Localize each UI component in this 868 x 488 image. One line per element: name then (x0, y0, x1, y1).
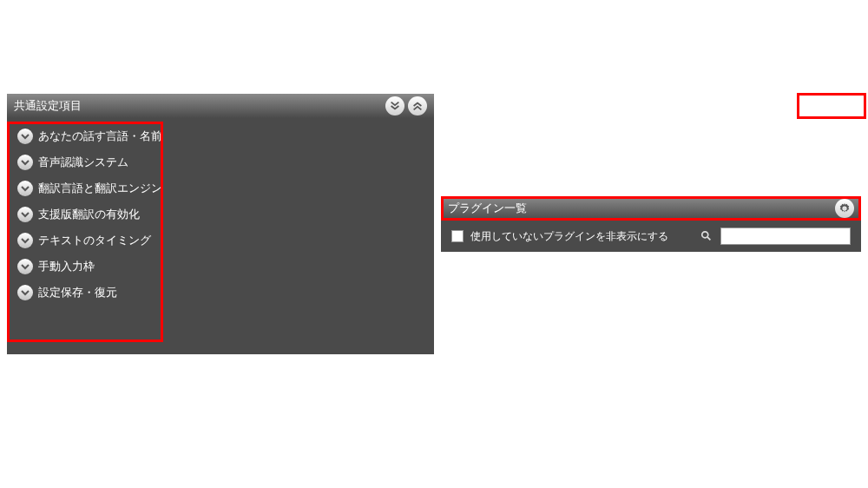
plugin-list-title: プラグイン一覧 (448, 201, 835, 216)
settings-item-speech-recognition[interactable]: 音声認識システム (14, 149, 427, 175)
svg-point-1 (702, 232, 708, 238)
search-icon (700, 229, 713, 243)
plugin-list-panel: プラグイン一覧 使用していないプラグインを非表示にする (441, 196, 861, 252)
settings-list: あなたの話す言語・名前 音声認識システム 翻訳言語と翻訳エンジン 支援版翻訳の有… (7, 118, 434, 311)
settings-item-label: 翻訳言語と翻訳エンジン (38, 181, 162, 196)
common-settings-header: 共通設定項目 (7, 94, 434, 118)
chevron-down-icon (17, 259, 33, 274)
hide-unused-label: 使用していないプラグインを非表示にする (470, 229, 693, 244)
highlight-annotation (797, 93, 866, 119)
plugin-settings-button[interactable] (835, 199, 854, 218)
settings-item-language-name[interactable]: あなたの話す言語・名前 (14, 123, 427, 149)
chevron-down-icon (17, 233, 33, 248)
chevron-down-icon (17, 285, 33, 300)
settings-item-text-timing[interactable]: テキストのタイミング (14, 228, 427, 254)
chevron-down-icon (17, 207, 33, 222)
header-buttons-group (385, 96, 427, 115)
double-chevron-down-icon (389, 100, 401, 112)
chevron-down-icon (17, 129, 33, 144)
settings-item-label: 手動入力枠 (38, 259, 95, 274)
common-settings-title: 共通設定項目 (14, 98, 385, 114)
settings-item-label: 音声認識システム (38, 155, 128, 170)
common-settings-panel: 共通設定項目 あなたの話す言語・名前 (7, 94, 434, 354)
hide-unused-checkbox[interactable] (451, 230, 464, 242)
plugin-filter-row: 使用していないプラグインを非表示にする (441, 221, 861, 252)
settings-item-manual-input[interactable]: 手動入力枠 (14, 254, 427, 280)
settings-item-label: 支援版翻訳の有効化 (38, 207, 140, 222)
settings-item-translation-engine[interactable]: 翻訳言語と翻訳エンジン (14, 175, 427, 201)
chevron-down-icon (17, 155, 33, 170)
settings-item-save-restore[interactable]: 設定保存・復元 (14, 280, 427, 306)
settings-item-support-translation[interactable]: 支援版翻訳の有効化 (14, 201, 427, 228)
plugin-list-header: プラグイン一覧 (441, 196, 861, 221)
collapse-all-button[interactable] (408, 96, 427, 115)
settings-item-label: テキストのタイミング (38, 233, 151, 248)
svg-point-0 (843, 207, 846, 210)
gear-icon (838, 202, 851, 214)
settings-item-label: 設定保存・復元 (38, 285, 117, 300)
chevron-down-icon (17, 181, 33, 196)
plugin-search-input[interactable] (720, 228, 851, 245)
expand-all-button[interactable] (385, 96, 404, 115)
double-chevron-up-icon (411, 100, 424, 112)
settings-item-label: あなたの話す言語・名前 (38, 129, 162, 144)
